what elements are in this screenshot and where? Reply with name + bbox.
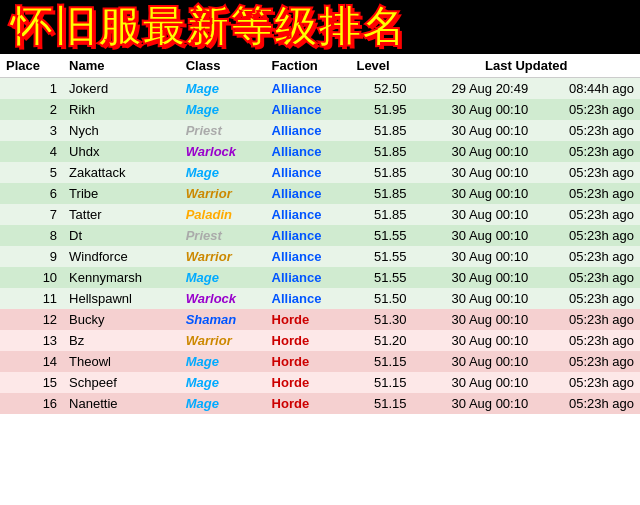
cell-class: Warrior (180, 183, 266, 204)
cell-updated: 30 Aug 00:10 (413, 246, 535, 267)
cell-updated: 30 Aug 00:10 (413, 141, 535, 162)
cell-faction: Horde (266, 309, 351, 330)
table-row: 1 Jokerd Mage Alliance 52.50 29 Aug 20:4… (0, 78, 640, 100)
cell-name: Tatter (63, 204, 180, 225)
cell-faction: Alliance (266, 99, 351, 120)
cell-name: Jokerd (63, 78, 180, 100)
cell-class: Mage (180, 99, 266, 120)
table-row: 11 Hellspawnl Warlock Alliance 51.50 30 … (0, 288, 640, 309)
cell-faction: Alliance (266, 204, 351, 225)
cell-level: 51.85 (350, 141, 412, 162)
cell-level: 51.55 (350, 267, 412, 288)
cell-name: Hellspawnl (63, 288, 180, 309)
table-header-row: Place Name Class Faction Level Last Upda… (0, 54, 640, 78)
cell-class: Warrior (180, 330, 266, 351)
cell-class: Mage (180, 372, 266, 393)
cell-ago: 08:44h ago (534, 78, 640, 100)
cell-faction: Alliance (266, 162, 351, 183)
cell-ago: 05:23h ago (534, 372, 640, 393)
cell-place: 14 (0, 351, 63, 372)
cell-name: Zakattack (63, 162, 180, 183)
cell-updated: 30 Aug 00:10 (413, 351, 535, 372)
cell-place: 7 (0, 204, 63, 225)
cell-ago: 05:23h ago (534, 204, 640, 225)
cell-faction: Alliance (266, 120, 351, 141)
cell-level: 51.55 (350, 246, 412, 267)
table-row: 3 Nych Priest Alliance 51.85 30 Aug 00:1… (0, 120, 640, 141)
cell-name: Bucky (63, 309, 180, 330)
cell-ago: 05:23h ago (534, 183, 640, 204)
cell-name: Windforce (63, 246, 180, 267)
cell-faction: Alliance (266, 267, 351, 288)
cell-level: 51.85 (350, 183, 412, 204)
cell-ago: 05:23h ago (534, 141, 640, 162)
cell-level: 51.30 (350, 309, 412, 330)
cell-faction: Horde (266, 393, 351, 414)
cell-ago: 05:23h ago (534, 267, 640, 288)
col-class: Class (180, 54, 266, 78)
cell-name: Tribe (63, 183, 180, 204)
cell-place: 12 (0, 309, 63, 330)
table-row: 14 Theowl Mage Horde 51.15 30 Aug 00:10 … (0, 351, 640, 372)
cell-ago: 05:23h ago (534, 162, 640, 183)
cell-level: 51.85 (350, 120, 412, 141)
table-row: 9 Windforce Warrior Alliance 51.55 30 Au… (0, 246, 640, 267)
cell-class: Paladin (180, 204, 266, 225)
cell-name: Theowl (63, 351, 180, 372)
rankings-table: Place Name Class Faction Level Last Upda… (0, 54, 640, 414)
cell-class: Mage (180, 393, 266, 414)
cell-name: Kennymarsh (63, 267, 180, 288)
cell-level: 51.95 (350, 99, 412, 120)
cell-faction: Alliance (266, 78, 351, 100)
cell-place: 2 (0, 99, 63, 120)
cell-faction: Alliance (266, 225, 351, 246)
cell-class: Warlock (180, 288, 266, 309)
cell-level: 51.85 (350, 162, 412, 183)
cell-level: 51.20 (350, 330, 412, 351)
cell-place: 4 (0, 141, 63, 162)
col-level: Level (350, 54, 412, 78)
cell-name: Schpeef (63, 372, 180, 393)
table-row: 12 Bucky Shaman Horde 51.30 30 Aug 00:10… (0, 309, 640, 330)
table-row: 16 Nanettie Mage Horde 51.15 30 Aug 00:1… (0, 393, 640, 414)
cell-class: Warlock (180, 141, 266, 162)
cell-ago: 05:23h ago (534, 351, 640, 372)
cell-ago: 05:23h ago (534, 99, 640, 120)
table-row: 10 Kennymarsh Mage Alliance 51.55 30 Aug… (0, 267, 640, 288)
cell-faction: Horde (266, 372, 351, 393)
cell-updated: 30 Aug 00:10 (413, 330, 535, 351)
cell-place: 11 (0, 288, 63, 309)
cell-ago: 05:23h ago (534, 330, 640, 351)
cell-name: Dt (63, 225, 180, 246)
cell-faction: Alliance (266, 288, 351, 309)
cell-place: 5 (0, 162, 63, 183)
table-row: 6 Tribe Warrior Alliance 51.85 30 Aug 00… (0, 183, 640, 204)
cell-class: Mage (180, 351, 266, 372)
cell-level: 51.15 (350, 393, 412, 414)
cell-faction: Horde (266, 330, 351, 351)
cell-level: 51.15 (350, 372, 412, 393)
cell-class: Shaman (180, 309, 266, 330)
cell-class: Mage (180, 162, 266, 183)
cell-place: 8 (0, 225, 63, 246)
cell-class: Priest (180, 120, 266, 141)
cell-level: 51.55 (350, 225, 412, 246)
cell-place: 6 (0, 183, 63, 204)
cell-faction: Alliance (266, 183, 351, 204)
cell-ago: 05:23h ago (534, 120, 640, 141)
cell-name: Uhdx (63, 141, 180, 162)
col-faction: Faction (266, 54, 351, 78)
table-row: 13 Bz Warrior Horde 51.20 30 Aug 00:10 0… (0, 330, 640, 351)
cell-place: 3 (0, 120, 63, 141)
table-row: 5 Zakattack Mage Alliance 51.85 30 Aug 0… (0, 162, 640, 183)
cell-name: Nanettie (63, 393, 180, 414)
page-title: 怀旧服最新等级排名 (10, 6, 630, 48)
cell-faction: Alliance (266, 246, 351, 267)
cell-ago: 05:23h ago (534, 393, 640, 414)
cell-ago: 05:23h ago (534, 309, 640, 330)
cell-ago: 05:23h ago (534, 246, 640, 267)
cell-class: Mage (180, 267, 266, 288)
header: 怀旧服最新等级排名 (0, 0, 640, 54)
cell-place: 13 (0, 330, 63, 351)
cell-class: Warrior (180, 246, 266, 267)
